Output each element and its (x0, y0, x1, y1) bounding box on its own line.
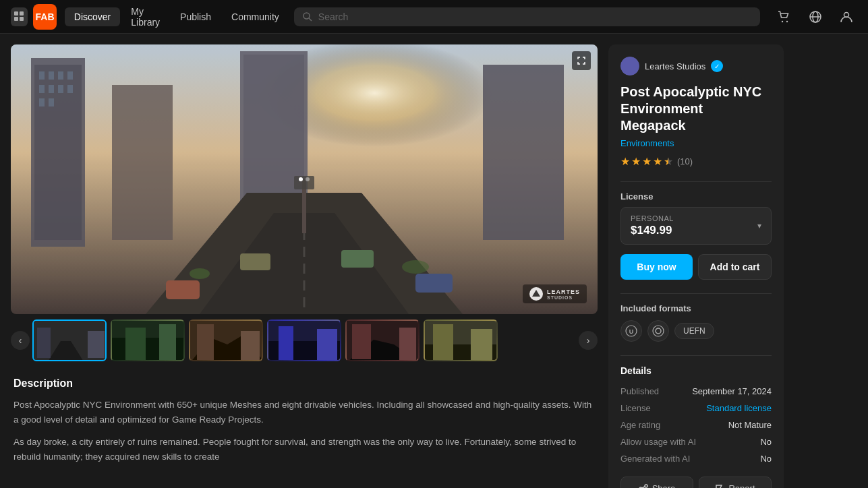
verified-icon: ✓ (711, 60, 723, 72)
detail-published: Published September 17, 2024 (620, 383, 772, 400)
creator-name[interactable]: Leartes Studios (645, 61, 705, 71)
detail-ai-gen-key: Generated with AI (620, 454, 690, 464)
nav-my-library[interactable]: My Library (121, 2, 169, 32)
user-icon[interactable] (836, 6, 857, 28)
expand-button[interactable] (572, 51, 591, 70)
nav-community[interactable]: Community (222, 7, 289, 26)
image-viewer: LEARTES STUDIOS (11, 44, 598, 314)
detail-ai-gen-value: No (760, 454, 772, 464)
detail-age-value: Not Mature (728, 420, 772, 430)
svg-rect-51 (279, 326, 293, 360)
apps-grid-icon[interactable] (11, 7, 28, 26)
format-other-icon (647, 320, 669, 342)
studio-watermark: LEARTES STUDIOS (523, 284, 587, 303)
license-price: $149.99 (631, 224, 674, 237)
license-select-info: PERSONAL $149.99 (631, 214, 674, 237)
detail-license: License Standard license (620, 400, 772, 417)
description-para-2: As day broke, a city entirely of ruins r… (13, 435, 595, 464)
thumbnail-6[interactable] (424, 319, 498, 361)
detail-license-value[interactable]: Standard license (706, 403, 772, 413)
fab-logo[interactable]: FAB (33, 4, 56, 30)
nav-links: Discover My Library Publish Community (65, 2, 289, 32)
svg-rect-47 (197, 324, 214, 361)
report-button[interactable]: Report (699, 477, 772, 488)
creator-row: Leartes Studios ✓ (620, 57, 772, 75)
share-button[interactable]: Share (620, 477, 693, 488)
image-dot-1 (299, 177, 303, 181)
star-2: ★ (631, 155, 641, 168)
star-4: ★ (653, 155, 662, 168)
thumbnail-4[interactable] (267, 319, 341, 361)
license-dropdown[interactable]: PERSONAL $149.99 ▾ (620, 207, 772, 245)
svg-rect-48 (241, 331, 260, 361)
uefn-badge: UEFN (674, 323, 714, 339)
buy-now-button[interactable]: Buy now (620, 254, 693, 280)
details-section: Details Published September 17, 2024 Lic… (620, 365, 772, 467)
action-buttons: Buy now Add to cart (620, 254, 772, 280)
bottom-actions: Share Report (620, 477, 772, 488)
left-panel: LEARTES STUDIOS ‹ (11, 44, 598, 488)
next-thumbnail-button[interactable]: › (579, 331, 598, 350)
svg-rect-40 (37, 328, 51, 358)
svg-rect-41 (88, 331, 105, 358)
image-dots (299, 177, 310, 181)
svg-rect-58 (433, 324, 453, 361)
detail-age-rating: Age rating Not Mature (620, 417, 772, 433)
product-panel: Leartes Studios ✓ Post Apocalyptic NYC E… (608, 44, 784, 488)
thumbnail-3[interactable] (189, 319, 263, 361)
svg-rect-2 (14, 17, 18, 21)
svg-point-6 (782, 20, 783, 22)
add-to-cart-button[interactable]: Add to cart (698, 254, 772, 280)
main-content: LEARTES STUDIOS ‹ (0, 34, 868, 488)
report-icon (715, 484, 724, 489)
svg-rect-52 (317, 329, 337, 360)
star-5: ★★ (664, 155, 673, 168)
image-dot-2 (306, 177, 310, 181)
right-panel: Leartes Studios ✓ Post Apocalyptic NYC E… (608, 44, 784, 488)
cart-icon[interactable] (774, 6, 795, 28)
search-bar[interactable] (294, 7, 760, 26)
thumbnail-1[interactable] (32, 319, 107, 361)
svg-rect-3 (20, 17, 24, 21)
details-title: Details (620, 365, 772, 376)
svg-text:U: U (629, 328, 634, 335)
license-label: License (620, 191, 772, 202)
report-label: Report (728, 483, 755, 488)
svg-rect-0 (14, 11, 18, 16)
thumbnail-5[interactable] (345, 319, 419, 361)
detail-ai-generated: Generated with AI No (620, 450, 772, 467)
svg-rect-45 (159, 324, 176, 361)
thumbnail-2[interactable] (111, 319, 185, 361)
main-image (11, 44, 598, 314)
svg-rect-54 (352, 324, 371, 359)
product-category[interactable]: Environments (620, 138, 772, 148)
nav-discover[interactable]: Discover (65, 7, 120, 26)
nav-publish[interactable]: Publish (171, 7, 221, 26)
leartes-logo-small (529, 287, 543, 301)
description-section: Description Post Apocalyptic NYC Environ… (11, 377, 598, 464)
formats-label: Included formats (620, 303, 772, 313)
navbar: FAB Discover My Library Publish Communit… (0, 0, 868, 34)
detail-license-key: License (620, 403, 651, 413)
svg-point-7 (786, 20, 788, 22)
product-title: Post Apocalyptic NYC Environment Megapac… (620, 84, 772, 134)
globe-icon[interactable] (805, 6, 826, 28)
watermark-text: LEARTES STUDIOS (547, 288, 580, 300)
nav-action-icons (774, 6, 857, 28)
svg-rect-1 (20, 11, 24, 16)
svg-rect-44 (125, 328, 146, 361)
star-3: ★ (642, 155, 652, 168)
description-title: Description (13, 377, 595, 390)
svg-line-5 (309, 18, 312, 21)
thumbnails-container (32, 319, 576, 361)
svg-rect-59 (471, 329, 492, 361)
share-icon (639, 484, 648, 489)
prev-thumbnail-button[interactable]: ‹ (11, 331, 30, 350)
search-input[interactable] (318, 11, 752, 22)
star-1: ★ (620, 155, 630, 168)
description-body: Post Apocalyptic NYC Environment with 65… (13, 398, 595, 464)
detail-ai-usage-key: Allow usage with AI (620, 437, 696, 447)
detail-published-key: Published (620, 386, 659, 396)
rating-row: ★ ★ ★ ★ ★★ (10) (620, 155, 772, 168)
svg-rect-55 (399, 328, 416, 360)
